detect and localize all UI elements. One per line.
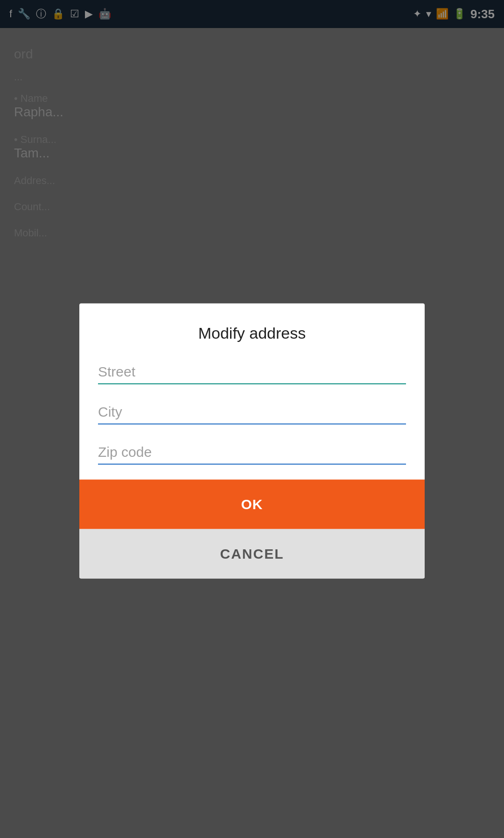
cancel-button[interactable]: CANCEL bbox=[79, 529, 425, 579]
dialog-actions: OK CANCEL bbox=[79, 480, 425, 579]
city-input-group bbox=[98, 399, 406, 425]
dialog-title: Modify address bbox=[79, 304, 425, 359]
city-input[interactable] bbox=[98, 399, 406, 425]
zip-input[interactable] bbox=[98, 440, 406, 465]
zip-input-group bbox=[98, 440, 406, 465]
ok-button[interactable]: OK bbox=[79, 480, 425, 529]
street-input-group bbox=[98, 359, 406, 384]
modify-address-dialog: Modify address OK CANCEL bbox=[79, 304, 425, 579]
street-input[interactable] bbox=[98, 359, 406, 384]
dialog-body bbox=[79, 359, 425, 465]
